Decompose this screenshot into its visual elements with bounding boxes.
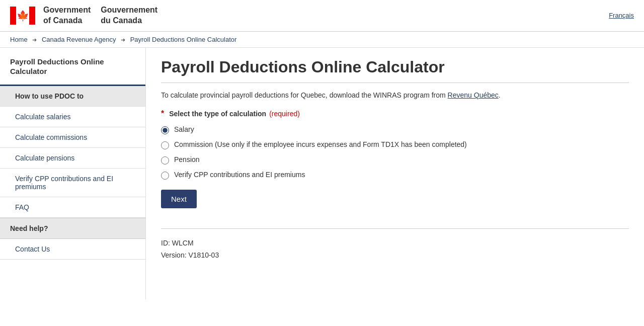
sidebar-item-calculate-pensions[interactable]: Calculate pensions bbox=[0, 148, 145, 169]
breadcrumb-arrow-1: ➜ bbox=[32, 37, 37, 43]
need-help-section: Need help? bbox=[0, 218, 145, 239]
sidebar-link-contact-us[interactable]: Contact Us bbox=[0, 239, 145, 259]
sidebar-link-calculate-commissions[interactable]: Calculate commissions bbox=[0, 127, 145, 147]
header: 🍁 Government of Canada Gouvernement du C… bbox=[0, 0, 644, 32]
id-text: ID: WLCM bbox=[161, 239, 629, 247]
canada-flag: 🍁 bbox=[10, 7, 35, 25]
intro-text: To calculate provincial payroll deductio… bbox=[161, 91, 629, 99]
content-footer: ID: WLCM Version: V1810-03 bbox=[161, 228, 629, 259]
required-star: * bbox=[161, 109, 164, 118]
sidebar-item-contact-us[interactable]: Contact Us bbox=[0, 239, 145, 260]
sidebar-link-calculate-salaries[interactable]: Calculate salaries bbox=[0, 107, 145, 127]
radio-verify-cpp[interactable] bbox=[161, 172, 169, 180]
breadcrumb-current[interactable]: Payroll Deductions Online Calculator bbox=[130, 36, 237, 43]
breadcrumb-home[interactable]: Home bbox=[10, 36, 28, 43]
sidebar-item-verify-cpp[interactable]: Verify CPP contributions and EI premiums bbox=[0, 169, 145, 197]
radio-option-verify-cpp[interactable]: Verify CPP contributions and EI premiums bbox=[161, 171, 629, 180]
gov-name-english: Government of Canada bbox=[43, 5, 91, 26]
calculation-type-group: * Select the type of calculation (requir… bbox=[161, 109, 629, 180]
francais-link[interactable]: Français bbox=[609, 12, 634, 19]
header-left: 🍁 Government of Canada Gouvernement du C… bbox=[10, 5, 157, 26]
next-button[interactable]: Next bbox=[161, 190, 197, 208]
gov-name-french: Gouvernement du Canada bbox=[101, 5, 157, 26]
required-label: (required) bbox=[269, 110, 300, 118]
radio-option-pension[interactable]: Pension bbox=[161, 155, 629, 165]
sidebar-nav-help: Contact Us bbox=[0, 239, 145, 260]
content-area: Payroll Deductions Online Calculator To … bbox=[146, 48, 644, 299]
version-text: Version: V1810-03 bbox=[161, 251, 629, 259]
radio-pension[interactable] bbox=[161, 156, 169, 165]
sidebar-title: Payroll Deductions Online Calculator bbox=[0, 48, 145, 86]
language-switcher[interactable]: Français bbox=[609, 12, 634, 19]
main-container: Payroll Deductions Online Calculator How… bbox=[0, 48, 644, 299]
maple-leaf-icon: 🍁 bbox=[17, 10, 29, 22]
radio-label-pension[interactable]: Pension bbox=[174, 155, 200, 164]
radio-label-commission[interactable]: Commission (Use only if the employee inc… bbox=[174, 140, 467, 148]
sidebar-item-calculate-salaries[interactable]: Calculate salaries bbox=[0, 107, 145, 127]
sidebar-item-calculate-commissions[interactable]: Calculate commissions bbox=[0, 127, 145, 148]
sidebar-link-faq[interactable]: FAQ bbox=[0, 197, 145, 217]
radio-salary[interactable] bbox=[161, 126, 169, 134]
revenu-quebec-link[interactable]: Revenu Québec bbox=[448, 91, 499, 99]
radio-label-salary[interactable]: Salary bbox=[174, 125, 194, 133]
sidebar-item-how-to-use[interactable]: How to use PDOC to bbox=[0, 86, 145, 107]
radio-option-salary[interactable]: Salary bbox=[161, 125, 629, 134]
radio-label-verify-cpp[interactable]: Verify CPP contributions and EI premiums bbox=[174, 171, 305, 179]
field-label: * Select the type of calculation (requir… bbox=[161, 109, 629, 118]
sidebar-link-verify-cpp[interactable]: Verify CPP contributions and EI premiums bbox=[0, 169, 145, 197]
breadcrumb-cra[interactable]: Canada Revenue Agency bbox=[42, 36, 116, 43]
radio-commission[interactable] bbox=[161, 141, 169, 149]
government-name: Government of Canada Gouvernement du Can… bbox=[43, 5, 157, 26]
sidebar-item-faq[interactable]: FAQ bbox=[0, 197, 145, 218]
sidebar: Payroll Deductions Online Calculator How… bbox=[0, 48, 146, 299]
sidebar-link-how-to-use[interactable]: How to use PDOC to bbox=[0, 86, 145, 106]
breadcrumb: Home ➜ Canada Revenue Agency ➜ Payroll D… bbox=[0, 32, 644, 48]
sidebar-link-calculate-pensions[interactable]: Calculate pensions bbox=[0, 148, 145, 168]
breadcrumb-arrow-2: ➜ bbox=[121, 37, 125, 43]
sidebar-nav: How to use PDOC to Calculate salaries Ca… bbox=[0, 86, 145, 218]
page-title: Payroll Deductions Online Calculator bbox=[161, 58, 629, 83]
radio-option-commission[interactable]: Commission (Use only if the employee inc… bbox=[161, 140, 629, 149]
